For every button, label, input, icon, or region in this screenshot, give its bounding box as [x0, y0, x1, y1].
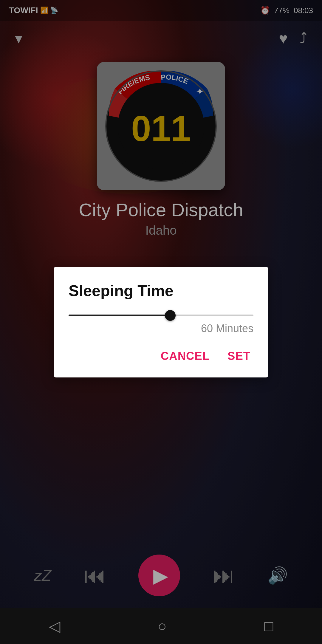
slider-track	[69, 315, 253, 316]
dialog-title: Sleeping Time	[69, 282, 253, 300]
sleeping-time-dialog: Sleeping Time 60 Minutes CANCEL SET	[54, 267, 268, 377]
set-button[interactable]: SET	[225, 347, 253, 366]
dialog-actions: CANCEL SET	[69, 347, 253, 366]
slider-container: 60 Minutes	[69, 315, 253, 335]
slider-value-label: 60 Minutes	[69, 322, 253, 335]
cancel-button[interactable]: CANCEL	[158, 347, 213, 366]
modal-overlay: Sleeping Time 60 Minutes CANCEL SET	[0, 0, 322, 644]
